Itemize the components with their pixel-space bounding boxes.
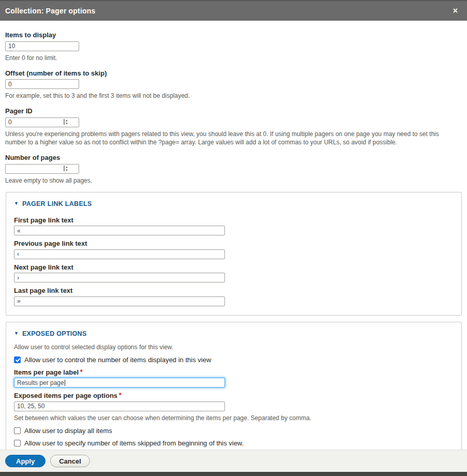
exposed-items-options-input[interactable]: [14, 401, 225, 411]
required-marker: *: [80, 368, 83, 376]
first-page-link-field: First page link text: [14, 216, 454, 236]
next-page-link-input[interactable]: [14, 273, 225, 282]
checkbox-icon[interactable]: [14, 356, 21, 363]
items-to-display-field: Items to display Enter 0 for no limit.: [5, 31, 462, 62]
allow-specify-skipped-label: Allow user to specify number of items sk…: [24, 439, 244, 447]
text-caret: [65, 380, 65, 386]
items-to-display-input[interactable]: [5, 41, 79, 51]
collapse-arrow-icon: ▼: [14, 331, 19, 336]
allow-specify-skipped-checkbox-row[interactable]: Allow user to specify number of items sk…: [14, 439, 454, 447]
last-page-link-label: Last page link text: [14, 287, 454, 294]
exposed-options-summary[interactable]: ▼EXPOSED OPTIONS: [14, 329, 454, 338]
pager-id-label: Pager ID: [5, 107, 462, 115]
next-page-link-field: Next page link text: [14, 263, 454, 283]
exposed-options-fieldset: ▼EXPOSED OPTIONS Allow user to control s…: [6, 322, 462, 456]
number-spinner-icon[interactable]: [64, 166, 68, 171]
items-per-page-label-input[interactable]: Results per page: [14, 378, 225, 388]
offset-description: For example, set this to 3 and the first…: [5, 92, 460, 100]
previous-page-link-label: Previous page link text: [14, 240, 454, 247]
number-of-pages-input[interactable]: [5, 164, 79, 174]
exposed-options-description: Allow user to control selected display o…: [14, 343, 454, 351]
pager-id-description: Unless you're experiencing problems with…: [5, 130, 460, 146]
allow-control-items-label: Allow user to control the number of item…: [24, 356, 211, 364]
page-background-strip: [0, 472, 467, 476]
required-marker: *: [119, 392, 122, 399]
first-page-link-input[interactable]: [14, 226, 225, 235]
allow-display-all-checkbox-row[interactable]: Allow user to display all items: [14, 427, 454, 435]
number-of-pages-field: Number of pages Leave empty to show all …: [5, 154, 462, 185]
items-per-page-label-field: Items per page label* Results per page: [14, 368, 454, 388]
dialog-titlebar: Collection: Pager options ×: [0, 0, 467, 21]
offset-input[interactable]: [5, 79, 79, 89]
number-of-pages-description: Leave empty to show all pages.: [5, 176, 460, 185]
offset-field: Offset (number of items to skip) For exa…: [5, 69, 462, 100]
dialog-footer: Apply Cancel: [0, 450, 467, 476]
last-page-link-input[interactable]: [14, 296, 225, 306]
allow-control-items-checkbox-row[interactable]: Allow user to control the number of item…: [14, 356, 454, 364]
cancel-button[interactable]: Cancel: [50, 455, 90, 467]
collapse-arrow-icon: ▼: [14, 201, 19, 206]
pager-link-labels-summary[interactable]: ▼PAGER LINK LABELS: [14, 199, 454, 208]
exposed-items-options-label: Exposed items per page options*: [14, 392, 454, 399]
exposed-options-legend: EXPOSED OPTIONS: [22, 330, 87, 337]
previous-page-link-field: Previous page link text: [14, 240, 454, 259]
items-to-display-label: Items to display: [5, 31, 462, 39]
offset-label: Offset (number of items to skip): [5, 69, 462, 77]
previous-page-link-input[interactable]: [14, 249, 225, 259]
dialog-content: Items to display Enter 0 for no limit. O…: [0, 21, 467, 476]
pager-link-labels-legend: PAGER LINK LABELS: [22, 200, 92, 207]
items-to-display-description: Enter 0 for no limit.: [5, 54, 460, 62]
next-page-link-label: Next page link text: [14, 263, 454, 271]
first-page-link-label: First page link text: [14, 216, 454, 224]
allow-display-all-label: Allow user to display all items: [24, 427, 112, 435]
checkbox-icon[interactable]: [14, 440, 21, 447]
pager-link-labels-fieldset: ▼PAGER LINK LABELS First page link text …: [6, 192, 462, 316]
close-icon[interactable]: ×: [451, 6, 460, 16]
number-spinner-icon[interactable]: [64, 119, 68, 125]
apply-button[interactable]: Apply: [5, 455, 46, 467]
exposed-items-options-field: Exposed items per page options* Set betw…: [14, 392, 454, 422]
items-per-page-label-label: Items per page label*: [14, 368, 454, 376]
dialog-title: Collection: Pager options: [5, 7, 96, 15]
checkbox-icon[interactable]: [14, 427, 21, 434]
last-page-link-field: Last page link text: [14, 287, 454, 306]
exposed-items-options-description: Set between which values the user can ch…: [14, 414, 454, 422]
number-of-pages-label: Number of pages: [5, 154, 462, 161]
pager-id-input[interactable]: [5, 117, 79, 127]
pager-id-field: Pager ID Unless you're experiencing prob…: [5, 107, 462, 146]
